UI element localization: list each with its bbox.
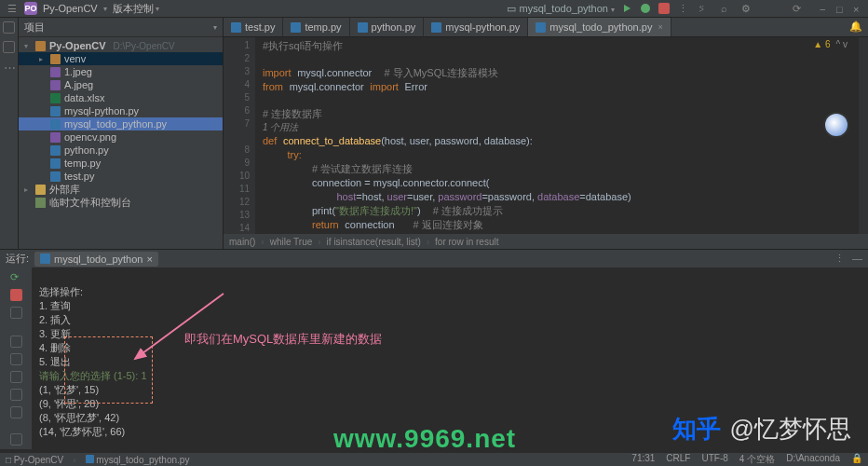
settings-icon[interactable]: ⚙ [739, 2, 753, 15]
tree-item[interactable]: 1.jpeg [19, 65, 223, 78]
project-tree[interactable]: ▾ Py-OpenCV D:\Py-OpenCV ▸venv 1.jpeg A.… [19, 37, 223, 211]
activity-bar: ⋯ [0, 18, 19, 249]
python-icon [50, 119, 61, 130]
run-header: 运行: mysql_todo_python× ⋮— [0, 250, 868, 267]
close-icon[interactable]: × [658, 22, 662, 32]
status-line-sep[interactable]: CRLF [666, 453, 690, 466]
tree-item[interactable]: python.py [19, 144, 223, 157]
python-icon [50, 106, 61, 116]
tree-root[interactable]: ▾ Py-OpenCV D:\Py-OpenCV [19, 39, 223, 52]
window-close[interactable]: × [853, 4, 862, 13]
status-interpreter[interactable]: D:\Anaconda [786, 453, 840, 466]
root-label: Py-OpenCV [49, 40, 106, 51]
console-output[interactable]: 选择操作: 1. 查询 2. 插入 3. 更新 4. 删除 5. 退出 请输入您… [32, 267, 868, 449]
sync-icon[interactable]: ⟳ [790, 2, 803, 15]
tree-scratches[interactable]: 临时文件和控制台 [19, 196, 223, 209]
title-bar: ☰ PO Py-OpenCV ▾ 版本控制▾ ▭ mysql_todo_pyth… [0, 0, 868, 18]
settings-icon[interactable] [10, 406, 22, 418]
tree-item[interactable]: A.jpeg [19, 78, 223, 91]
minimize-tool-icon[interactable]: — [852, 253, 862, 265]
status-indent[interactable]: 4 个空格 [739, 453, 775, 466]
status-file[interactable]: mysql_todo_python.py [86, 455, 190, 465]
run-tab[interactable]: mysql_todo_python× [34, 252, 158, 267]
python-icon [536, 22, 546, 33]
more-tools-icon[interactable]: ⋯ [4, 61, 15, 75]
tab-mysql-python[interactable]: mysql-python.py [424, 18, 528, 36]
print-icon[interactable] [10, 371, 22, 383]
tab-mysql-todo[interactable]: mysql_todo_python.py× [528, 18, 671, 36]
filter-icon[interactable] [10, 389, 22, 401]
project-icon: PO [24, 2, 37, 15]
sidebar-header[interactable]: 项目 ▾ [19, 18, 223, 37]
close-icon[interactable]: × [146, 254, 152, 265]
run-config-name[interactable]: ▭ mysql_todo_python ▾ [507, 3, 615, 15]
chevron-down-icon[interactable]: ▾ [213, 23, 217, 32]
image-icon [50, 67, 61, 77]
tree-item-active[interactable]: mysql_todo_python.py [19, 117, 223, 130]
scratch-icon [35, 198, 46, 208]
status-caret[interactable]: 71:31 [631, 453, 655, 466]
code-area[interactable]: #执行sql语句操作 import mysql.connector # 导入My… [255, 37, 859, 234]
folder-icon [50, 54, 61, 64]
sidebar-title: 项目 [24, 21, 45, 34]
crumb[interactable]: if isinstance(result, list) [327, 237, 421, 247]
python-icon [50, 158, 61, 169]
vcs-menu[interactable]: 版本控制▾ [113, 2, 159, 16]
python-icon [50, 171, 61, 182]
status-encoding[interactable]: UTF-8 [701, 453, 727, 466]
project-name[interactable]: Py-OpenCV [43, 3, 98, 14]
editor-inspections[interactable]: ▲ 6^ v [813, 39, 848, 49]
play-icon[interactable] [620, 2, 633, 15]
tree-item[interactable]: temp.py [19, 157, 223, 170]
status-project[interactable]: □ Py-OpenCV [6, 455, 63, 465]
status-bar: □ Py-OpenCV › mysql_todo_python.py 71:31… [0, 453, 868, 466]
crumb[interactable]: while True [270, 237, 313, 247]
bell-icon[interactable]: 🔔 [849, 21, 862, 33]
project-sidebar: 项目 ▾ ▾ Py-OpenCV D:\Py-OpenCV ▸venv 1.jp… [19, 18, 224, 249]
scroll-icon[interactable] [10, 336, 22, 348]
tab-test[interactable]: test.py [224, 18, 283, 36]
structure-tool-icon[interactable] [3, 41, 15, 53]
tree-item[interactable]: test.py [19, 170, 223, 183]
more-icon[interactable]: ⋮ [834, 253, 845, 265]
crumb[interactable]: main() [229, 237, 255, 247]
tree-item[interactable]: mysql-python.py [19, 104, 223, 117]
crumb[interactable]: for row in result [435, 237, 498, 247]
trash-icon[interactable] [10, 433, 22, 445]
stop-icon[interactable] [10, 289, 22, 301]
debug-icon[interactable] [639, 2, 652, 15]
chevron-down-icon[interactable]: ▾ [103, 5, 107, 13]
excel-icon [50, 93, 61, 103]
run-title: 运行: [6, 252, 29, 266]
python-icon [358, 22, 368, 33]
project-tool-icon[interactable] [3, 21, 15, 34]
minimap[interactable] [859, 37, 868, 234]
python-icon [40, 254, 50, 264]
code-with-me-icon[interactable]: ⍩ [695, 2, 708, 15]
library-icon [35, 185, 46, 195]
assistant-avatar-icon[interactable] [823, 112, 849, 138]
tab-temp[interactable]: temp.py [283, 18, 349, 36]
more-icon[interactable] [10, 307, 22, 319]
rerun-icon[interactable]: ⟳ [10, 271, 22, 283]
wrap-icon[interactable] [10, 353, 22, 365]
python-icon [231, 22, 241, 33]
tree-external-libs[interactable]: ▸外部库 [19, 183, 223, 196]
tree-item[interactable]: data.xlsx [19, 91, 223, 104]
window-maximize[interactable]: □ [836, 4, 846, 13]
tree-item[interactable]: opencv.png [19, 130, 223, 144]
image-icon [50, 132, 61, 143]
run-toolbar: ⟳ [0, 267, 32, 449]
main-menu-icon[interactable]: ☰ [6, 2, 19, 15]
search-icon[interactable]: ⌕ [717, 2, 730, 15]
tree-item-venv[interactable]: ▸venv [19, 52, 223, 65]
breadcrumbs[interactable]: main()› while True› if isinstance(result… [224, 234, 868, 249]
run-tool-window: 运行: mysql_todo_python× ⋮— ⟳ 选择操作: 1. 查询 … [0, 249, 868, 449]
code-editor[interactable]: 123456789101112131415161718 #执行sql语句操作 i… [224, 37, 868, 234]
more-icon[interactable]: ⋮ [676, 2, 689, 15]
tab-python[interactable]: python.py [350, 18, 425, 36]
lock-icon[interactable]: 🔒 [851, 453, 862, 466]
stop-icon[interactable] [658, 2, 671, 15]
window-minimize[interactable]: − [820, 4, 829, 13]
python-icon [291, 22, 301, 33]
